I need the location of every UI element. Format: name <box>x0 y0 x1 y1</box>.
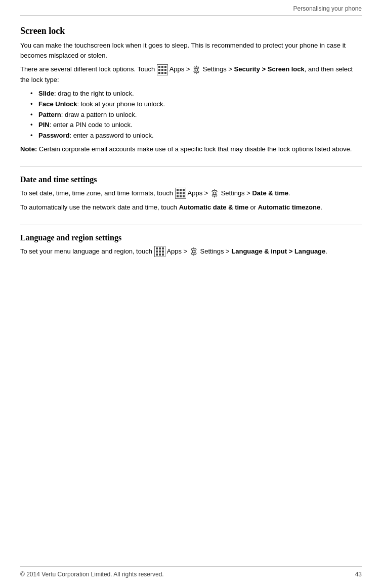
language-title: Language and region settings <box>20 233 362 242</box>
bullet-term: Face Unlock <box>38 100 77 108</box>
date-time-apps: Apps > <box>188 189 208 197</box>
date-time-para1: To set date, time, time zone, and time f… <box>20 188 362 199</box>
apps-grid-icon-2 <box>175 188 186 199</box>
svg-point-1 <box>213 192 216 194</box>
bullet-term: PIN <box>38 121 50 129</box>
section-divider-2 <box>20 225 362 225</box>
settings-gear-icon-3 <box>189 247 198 256</box>
bullet-desc: : look at your phone to unlock. <box>77 100 165 108</box>
language-section: Language and region settings To set your… <box>20 233 362 257</box>
date-time-title: Date and time settings <box>20 175 362 184</box>
note-text: Certain corporate email accounts make us… <box>37 145 352 153</box>
language-para1-before: To set your menu language and region, to… <box>20 247 154 255</box>
footer-page-number: 43 <box>355 571 362 578</box>
language-path: Language & input > Language <box>230 247 326 255</box>
page-footer: © 2014 Vertu Corporation Limited. All ri… <box>20 566 362 578</box>
screen-lock-section: Screen lock You can make the touchscreen… <box>20 26 362 154</box>
bullet-term: Pattern <box>38 111 61 118</box>
date-time-period: . <box>288 189 290 197</box>
date-time-para2: To automatically use the network date an… <box>20 202 362 213</box>
bullet-term: Password <box>38 132 69 139</box>
screen-lock-settings-label: Settings > <box>203 65 232 73</box>
date-time-timezone: Automatic timezone <box>258 203 321 211</box>
list-item: Face Unlock: look at your phone to unloc… <box>30 99 362 110</box>
date-time-para2-before: To automatically use the network date an… <box>20 203 179 211</box>
footer-copyright: © 2014 Vertu Corporation Limited. All ri… <box>20 571 164 578</box>
date-time-or: or <box>248 203 258 211</box>
list-item: Password: enter a password to unlock. <box>30 131 362 141</box>
apps-grid-icon-3 <box>154 246 165 257</box>
screen-lock-para2-before: There are several different lock options… <box>20 65 157 73</box>
bullet-desc: : enter a PIN code to unlock. <box>50 121 133 129</box>
bullet-desc: : draw a pattern to unlock. <box>61 111 137 118</box>
page-container: Personalising your phone Screen lock You… <box>0 0 382 588</box>
language-settings-label: Settings > <box>200 247 230 255</box>
apps-icon-2 <box>176 188 186 198</box>
screen-lock-para2: There are several different lock options… <box>20 64 362 85</box>
list-item: Pattern: draw a pattern to unlock. <box>30 110 362 120</box>
date-time-para1-before: To set date, time, time zone, and time f… <box>20 189 175 197</box>
page-header: Personalising your phone <box>20 5 362 16</box>
screen-lock-bullets: Slide: drag to the right to unlock. Face… <box>30 89 362 141</box>
date-time-para2-end: . <box>320 203 322 211</box>
settings-gear-icon-2 <box>210 189 219 198</box>
screen-lock-path: Security > Screen lock <box>232 65 305 73</box>
apps-icon-3 <box>155 246 165 257</box>
svg-point-0 <box>195 68 197 71</box>
apps-icon-1 <box>157 65 167 75</box>
language-para1: To set your menu language and region, to… <box>20 246 362 257</box>
note-label: Note: <box>20 145 37 153</box>
language-apps: Apps > <box>166 247 187 255</box>
screen-lock-para2-apps: Apps > <box>169 65 190 73</box>
date-time-section: Date and time settings To set date, time… <box>20 175 362 213</box>
list-item: Slide: drag to the right to unlock. <box>30 89 362 99</box>
date-time-auto: Automatic date & time <box>179 203 248 211</box>
section-divider-1 <box>20 166 362 167</box>
header-title: Personalising your phone <box>293 5 362 12</box>
language-period: . <box>325 247 327 255</box>
screen-lock-para1: You can make the touchscreen lock when i… <box>20 40 362 60</box>
settings-gear-icon-1 <box>192 65 201 74</box>
bullet-term: Slide <box>38 90 54 97</box>
date-time-path: Date & time <box>250 189 288 197</box>
bullet-desc: : enter a password to unlock. <box>69 132 153 139</box>
bullet-desc: : drag to the right to unlock. <box>54 90 134 97</box>
date-time-settings-label: Settings > <box>221 189 250 197</box>
screen-lock-title: Screen lock <box>20 26 362 36</box>
svg-point-2 <box>192 250 195 253</box>
screen-lock-note: Note: Certain corporate email accounts m… <box>20 144 362 154</box>
apps-grid-icon <box>157 64 168 75</box>
list-item: PIN: enter a PIN code to unlock. <box>30 120 362 131</box>
